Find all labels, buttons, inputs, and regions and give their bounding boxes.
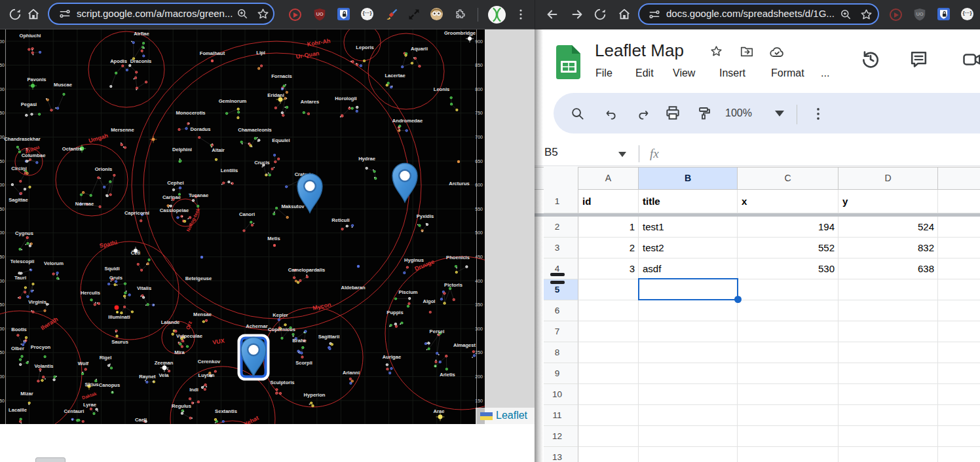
svg-text:Carinae: Carinae [162,194,181,200]
svg-text:Crucis: Crucis [254,160,270,166]
svg-text:400: 400 [0,279,5,283]
svg-text:Delphini: Delphini [172,147,192,152]
svg-text:850: 850 [0,63,5,67]
svg-text:Betelgeuse: Betelgeuse [185,275,212,281]
svg-text:Zeeman: Zeeman [155,360,174,366]
svg-text:Sextantis: Sextantis [215,408,237,414]
svg-text:Monocerotis: Monocerotis [176,110,205,116]
svg-text:Fomalhaut: Fomalhaut [200,50,225,56]
svg-text:850: 850 [475,63,483,67]
svg-text:350: 350 [475,302,483,307]
svg-text:900: 900 [0,39,5,44]
svg-text:Bootis: Bootis [11,327,27,332]
svg-text:Chandrasekhar: Chandrasekhar [4,136,40,142]
svg-text:Puppis: Puppis [386,310,403,315]
svg-text:Wolf: Wolf [78,361,89,366]
svg-text:200: 200 [0,374,5,379]
svg-text:Pictoris: Pictoris [444,282,462,288]
svg-text:Fornacis: Fornacis [271,73,292,79]
svg-text:Luyten: Luyten [198,372,215,378]
svg-text:750: 750 [475,111,483,115]
svg-text:700: 700 [475,135,483,139]
svg-text:Cerenkov: Cerenkov [198,359,221,364]
svg-text:Persei: Persei [430,329,445,334]
svg-text:Equulei: Equulei [272,137,290,143]
svg-text:Altair: Altair [212,147,224,153]
svg-text:Phoenicis: Phoenicis [446,255,470,260]
svg-text:Telescopii: Telescopii [10,258,35,264]
svg-text:Circini: Circini [11,166,27,171]
svg-text:650: 650 [0,159,5,164]
svg-text:Octantis: Octantis [62,146,82,152]
svg-text:250: 250 [475,350,483,355]
svg-text:Illuminati: Illuminati [108,314,130,320]
svg-text:Lentilis: Lentilis [221,168,238,173]
svg-text:Arietis: Arietis [440,372,455,378]
svg-text:Reticuli: Reticuli [331,217,349,223]
svg-text:Sagittarii: Sagittarii [318,334,340,340]
svg-text:Mensae: Mensae [193,311,212,317]
svg-text:Regulus: Regulus [172,403,191,409]
svg-text:Vitalis: Vitalis [137,285,151,291]
svg-text:Geminorum: Geminorum [219,98,247,104]
svg-text:Arianni: Arianni [343,370,360,376]
svg-text:Airfiae: Airfiae [134,31,149,37]
svg-text:400: 400 [475,279,483,283]
svg-text:450: 450 [0,255,5,259]
svg-text:Pyxidis: Pyxidis [417,213,434,219]
svg-text:Doradus: Doradus [191,126,211,132]
svg-text:Horologii: Horologii [335,96,356,101]
svg-text:Sculptoris: Sculptoris [270,380,294,385]
svg-text:Normae: Normae [75,201,94,207]
svg-text:Sagittae: Sagittae [9,197,28,203]
svg-text:Mizar: Mizar [20,391,33,397]
svg-text:500: 500 [0,230,5,235]
svg-text:800: 800 [475,87,483,92]
svg-text:Olber: Olber [11,346,24,351]
svg-text:750: 750 [0,111,5,115]
svg-text:Virginis: Virginis [28,299,47,305]
svg-text:UO: UO [916,11,923,17]
svg-text:Procyon: Procyon [31,344,51,350]
svg-text:Columbae: Columbae [22,152,46,158]
svg-text:Apodis: Apodis [110,58,127,64]
svg-text:300: 300 [0,327,5,331]
svg-text:Lipi: Lipi [256,50,265,56]
svg-text:300: 300 [475,327,483,331]
svg-text:Tucanae: Tucanae [189,192,208,198]
svg-text:Antares: Antares [301,99,319,105]
svg-text:Aldebaran: Aldebaran [341,285,365,291]
svg-text:Rigel: Rigel [100,355,112,361]
svg-text:Groombridge: Groombridge [444,30,476,36]
svg-text:Gruis: Gruis [109,275,122,281]
svg-text:Camelopardalis: Camelopardalis [288,267,326,273]
svg-text:UO: UO [316,11,323,17]
svg-text:Lacaille: Lacaille [9,407,27,413]
svg-text:Brahe: Brahe [292,338,307,344]
svg-text:Draconis: Draconis [130,58,152,64]
svg-text:Pegasi: Pegasi [21,101,37,107]
svg-text:Mersenne: Mersenne [111,127,134,133]
svg-text:Vulpeculae: Vulpeculae [176,333,202,339]
svg-text:Chamaeleonis: Chamaeleonis [238,127,272,133]
svg-text:Velorum: Velorum [44,260,64,266]
svg-text:Algol: Algol [423,298,436,304]
svg-text:350: 350 [0,302,5,307]
svg-text:650: 650 [475,159,483,164]
svg-text:Vela: Vela [159,372,169,378]
svg-text:Muscae: Muscae [54,82,72,88]
svg-text:Centauri: Centauri [64,408,85,414]
svg-text:800: 800 [0,87,5,92]
svg-text:Ceti: Ceti [131,250,140,256]
svg-text:Tauri: Tauri [14,275,26,281]
svg-text:Leporis: Leporis [356,44,373,50]
svg-text:900: 900 [475,39,483,44]
svg-text:Cassiopeiae: Cassiopeiae [160,207,189,213]
svg-text:Maksutov: Maksutov [281,204,305,209]
svg-text:Aurigae: Aurigae [383,354,401,360]
svg-text:Achernar: Achernar [246,323,267,329]
svg-text:250: 250 [0,350,5,355]
svg-text:600: 600 [475,183,483,187]
svg-text:Lyrae: Lyrae [83,402,96,408]
svg-text:Squidi: Squidi [104,266,119,272]
